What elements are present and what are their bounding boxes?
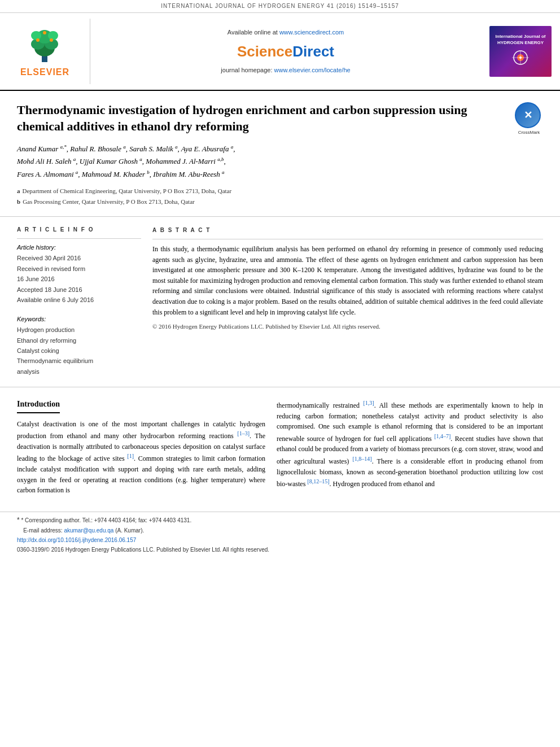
cover-graphic bbox=[506, 49, 535, 66]
keyword-2: Ethanol dry reforming bbox=[17, 337, 141, 345]
journal-homepage-link[interactable]: www.elsevier.com/locate/he bbox=[274, 67, 351, 73]
journal-header: ELSEVIER Available online at www.science… bbox=[0, 13, 560, 91]
keyword-5: analysis bbox=[17, 368, 141, 376]
article-title-section: ✕ CrossMark Thermodynamic investigation … bbox=[0, 91, 560, 217]
issn-note: 0360-3199/© 2016 Hydrogen Energy Publica… bbox=[17, 546, 543, 554]
ref-from: from bbox=[50, 432, 63, 440]
body-right-col: thermodynamically restrained [1,3]. All … bbox=[277, 399, 543, 500]
ref-1-3-right[interactable]: [1,3] bbox=[363, 400, 374, 406]
svg-point-7 bbox=[36, 38, 40, 42]
doi-link[interactable]: http://dx.doi.org/10.1016/j.ijhydene.201… bbox=[17, 537, 136, 543]
right-paragraph-1: thermodynamically restrained [1,3]. All … bbox=[277, 399, 543, 490]
author-email-link[interactable]: akumar@qu.edu.qa bbox=[64, 527, 113, 534]
keyword-4: Thermodynamic equilibrium bbox=[17, 357, 141, 365]
affil-label-a: a bbox=[17, 186, 20, 196]
journal-cover-image: International Journal of HYDROGEN ENERGY bbox=[489, 26, 552, 77]
formation-word-right: formation bbox=[329, 412, 355, 420]
header-center: Available online at www.sciencedirect.co… bbox=[90, 19, 481, 84]
journal-cover-title: International Journal of HYDROGEN ENERGY bbox=[493, 34, 548, 46]
abstract-copyright: © 2016 Hydrogen Energy Publications LLC.… bbox=[152, 322, 543, 331]
available-online-text: Available online at www.sciencedirect.co… bbox=[228, 28, 344, 37]
body-left-col: Introduction Catalyst deactivation is on… bbox=[17, 399, 265, 500]
abstract-col: A B S T R A C T In this study, a thermod… bbox=[152, 226, 543, 378]
introduction-title: Introduction bbox=[17, 399, 60, 413]
ref-1-8-14[interactable]: [1,8–14] bbox=[352, 456, 371, 462]
article-title: Thermodynamic investigation of hydrogen … bbox=[17, 102, 543, 134]
journal-banner: INTERNATIONAL JOURNAL OF HYDROGEN ENERGY… bbox=[0, 0, 560, 13]
journal-homepage-text: journal homepage: www.elsevier.com/locat… bbox=[221, 66, 350, 75]
history-revised-date: 16 June 2016 bbox=[17, 275, 141, 283]
divider-1 bbox=[17, 238, 141, 239]
keywords-label: Keywords: bbox=[17, 315, 141, 324]
ref-1-4-7[interactable]: [1,4–7] bbox=[434, 433, 450, 439]
elsevier-tree-icon bbox=[22, 24, 67, 64]
crossmark-label: CrossMark bbox=[515, 129, 543, 136]
affil-text-a: Department of Chemical Engineering, Qata… bbox=[23, 186, 232, 196]
email-after: (A. Kumar). bbox=[115, 527, 144, 534]
formation-word: formation bbox=[37, 486, 64, 494]
intro-paragraph-1: Catalyst deactivation is one of the most… bbox=[17, 419, 265, 496]
corresponding-text: * Corresponding author. Tel.: +974 4403 … bbox=[21, 517, 191, 523]
journal-cover-section: International Journal of HYDROGEN ENERGY bbox=[481, 19, 560, 84]
authors-list: Anand Kumar a,*, Rahul R. Bhosale a, Sar… bbox=[17, 143, 543, 181]
main-content: Introduction Catalyst deactivation is on… bbox=[0, 387, 560, 512]
keyword-3: Catalyst coking bbox=[17, 347, 141, 355]
svg-point-6 bbox=[48, 31, 58, 40]
ref-1[interactable]: [1] bbox=[127, 453, 134, 459]
ref-1-3[interactable]: [1–3] bbox=[237, 430, 250, 436]
history-revised-label: Received in revised form bbox=[17, 265, 141, 273]
keyword-1: Hydrogen production bbox=[17, 326, 141, 334]
sciencedirect-logo: ScienceDirect bbox=[237, 41, 334, 62]
affil-text-b: Gas Processing Center, Qatar University,… bbox=[23, 197, 195, 207]
article-info-abstract-section: A R T I C L E I N F O Article history: R… bbox=[0, 217, 560, 387]
article-info-col: A R T I C L E I N F O Article history: R… bbox=[17, 226, 141, 378]
doi-note: http://dx.doi.org/10.1016/j.ijhydene.201… bbox=[17, 536, 543, 544]
article-info-header: A R T I C L E I N F O bbox=[17, 226, 141, 234]
sciencedirect-url[interactable]: www.sciencedirect.com bbox=[279, 29, 344, 36]
history-available: Available online 6 July 2016 bbox=[17, 296, 141, 304]
email-label: E-mail address: bbox=[23, 527, 62, 534]
affiliations: a Department of Chemical Engineering, Qa… bbox=[17, 186, 543, 207]
divider-2 bbox=[152, 239, 543, 239]
affil-label-b: b bbox=[17, 197, 20, 207]
svg-point-5 bbox=[31, 31, 41, 40]
crossmark-badge[interactable]: ✕ CrossMark bbox=[515, 102, 543, 130]
article-history-label: Article history: bbox=[17, 243, 141, 252]
elsevier-wordmark: ELSEVIER bbox=[20, 66, 69, 78]
ref-8-12-15[interactable]: [8,12–15] bbox=[307, 478, 329, 484]
page-footer: * * Corresponding author. Tel.: +974 440… bbox=[0, 512, 560, 559]
abstract-text: In this study, a thermodynamic equilibri… bbox=[152, 244, 543, 317]
crossmark-icon: ✕ bbox=[515, 102, 541, 128]
history-received: Received 30 April 2016 bbox=[17, 254, 141, 263]
email-note: E-mail address: akumar@qu.edu.qa (A. Kum… bbox=[17, 527, 543, 535]
abstract-header: A B S T R A C T bbox=[152, 226, 543, 234]
svg-point-8 bbox=[50, 38, 53, 42]
corresponding-author-note: * * Corresponding author. Tel.: +974 440… bbox=[17, 516, 543, 525]
history-accepted: Accepted 18 June 2016 bbox=[17, 286, 141, 294]
svg-point-9 bbox=[43, 31, 46, 34]
elsevier-logo-section: ELSEVIER bbox=[0, 19, 90, 84]
